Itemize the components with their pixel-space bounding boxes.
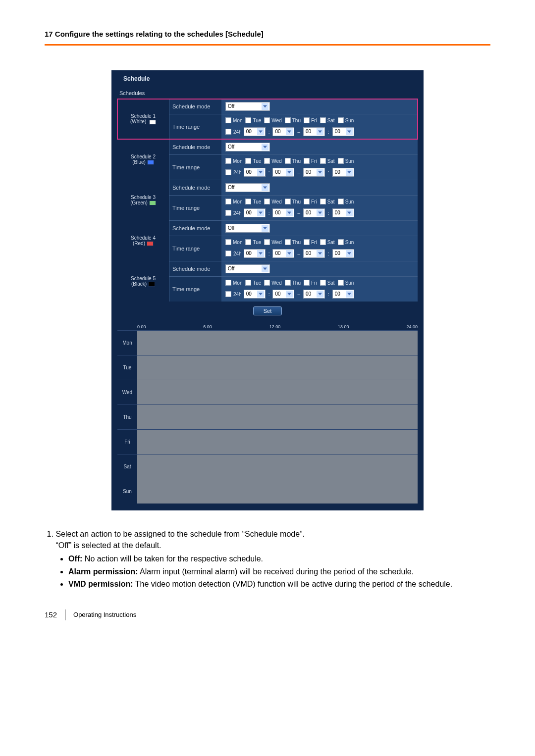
start-min-select[interactable]: 00 (272, 127, 294, 136)
checkbox-tue[interactable] (245, 280, 251, 286)
timeline-cell (137, 355, 418, 380)
checkbox-tue[interactable] (245, 199, 251, 204)
checkbox-24h[interactable] (225, 251, 231, 256)
checkbox-mon[interactable] (225, 199, 231, 204)
chevron-down-icon (262, 225, 268, 232)
start-hour-select[interactable]: 00 (244, 208, 266, 217)
checkbox-wed[interactable] (264, 158, 270, 164)
start-min-select[interactable]: 00 (272, 290, 294, 299)
checkbox-sat[interactable] (320, 117, 326, 123)
schedule-color-name: (White) (130, 119, 156, 124)
checkbox-24h[interactable] (225, 210, 231, 216)
checkbox-wed[interactable] (264, 199, 270, 204)
chevron-down-icon (317, 169, 323, 176)
checkbox-tue[interactable] (245, 239, 251, 245)
chevron-down-icon (346, 169, 353, 176)
start-hour-select[interactable]: 00 (244, 290, 266, 299)
checkbox-mon[interactable] (225, 239, 231, 245)
end-min-select[interactable]: 00 (332, 127, 354, 136)
checkbox-fri[interactable] (304, 117, 310, 123)
schedule-label: Schedule 2 (Blue) (117, 139, 169, 180)
checkbox-mon[interactable] (225, 280, 231, 286)
checkbox-24h[interactable] (225, 291, 231, 297)
chevron-down-icon (262, 103, 268, 110)
timeline-day-label: Tue (117, 355, 137, 380)
schedule-block-1: Schedule 1 (White) Schedule mode Off Tim… (117, 99, 418, 139)
footer-divider-icon (65, 609, 65, 620)
instruction-bullet: Off: No action will be taken for the res… (68, 553, 490, 564)
page-header: 17 Configure the settings relating to th… (45, 30, 490, 46)
checkbox-24h[interactable] (225, 129, 231, 135)
chevron-down-icon (262, 265, 268, 272)
checkbox-wed[interactable] (264, 280, 270, 286)
checkbox-sat[interactable] (320, 158, 326, 164)
schedule-mode-select[interactable]: Off (225, 143, 270, 151)
schedule-label: Schedule 3 (Green) (117, 180, 169, 220)
checkbox-sat[interactable] (320, 239, 326, 245)
chevron-down-icon (257, 169, 264, 176)
checkbox-thu[interactable] (285, 199, 291, 204)
checkbox-wed[interactable] (264, 239, 270, 245)
chevron-down-icon (262, 144, 268, 151)
start-min-select[interactable]: 00 (272, 168, 294, 177)
checkbox-fri[interactable] (304, 239, 310, 245)
schedule-label: Schedule 1 (White) (117, 99, 169, 139)
checkbox-sun[interactable] (338, 239, 344, 245)
schedule-panel: Schedule Schedules Schedule 1 (White) Sc… (111, 70, 424, 510)
schedule-mode-select[interactable]: Off (225, 224, 270, 233)
checkbox-mon[interactable] (225, 158, 231, 164)
schedule-label: Schedule 5 (Black) (117, 261, 169, 302)
schedule-mode-select[interactable]: Off (225, 264, 270, 273)
start-hour-select[interactable]: 00 (244, 127, 266, 136)
end-min-select[interactable]: 00 (332, 249, 354, 258)
timeline-cell (137, 404, 418, 429)
instruction-bullet: Alarm permission: Alarm input (terminal … (68, 566, 490, 577)
color-swatch (149, 120, 156, 125)
chevron-down-icon (257, 291, 264, 298)
schedule-mode-select[interactable]: Off (225, 183, 270, 192)
checkbox-sun[interactable] (338, 158, 344, 164)
checkbox-sun[interactable] (338, 199, 344, 204)
set-button[interactable]: Set (253, 306, 282, 315)
checkbox-wed[interactable] (264, 117, 270, 123)
checkbox-sun[interactable] (338, 117, 344, 123)
end-hour-select[interactable]: 00 (303, 168, 325, 177)
checkbox-thu[interactable] (285, 158, 291, 164)
end-hour-select[interactable]: 00 (303, 127, 325, 136)
checkbox-sun[interactable] (338, 280, 344, 286)
checkbox-mon[interactable] (225, 117, 231, 123)
checkbox-tue[interactable] (245, 158, 251, 164)
end-min-select[interactable]: 00 (332, 168, 354, 177)
footer-doc-title: Operating Instructions (73, 611, 136, 618)
checkbox-thu[interactable] (285, 239, 291, 245)
checkbox-thu[interactable] (285, 117, 291, 123)
checkbox-24h[interactable] (225, 169, 231, 175)
end-hour-select[interactable]: 00 (303, 290, 325, 299)
end-min-select[interactable]: 00 (332, 208, 354, 217)
timeline-cell (137, 380, 418, 404)
end-hour-select[interactable]: 00 (303, 249, 325, 258)
timeline-label: 0:00 (137, 324, 146, 329)
checkbox-sat[interactable] (320, 199, 326, 204)
start-hour-select[interactable]: 00 (244, 168, 266, 177)
start-min-select[interactable]: 00 (272, 249, 294, 258)
section-title: Schedules (117, 87, 421, 99)
checkbox-tue[interactable] (245, 117, 251, 123)
checkbox-fri[interactable] (304, 199, 310, 204)
end-hour-select[interactable]: 00 (303, 208, 325, 217)
schedule-mode-select[interactable]: Off (225, 102, 270, 111)
end-min-select[interactable]: 00 (332, 290, 354, 299)
timeline-day-label: Sat (117, 454, 137, 479)
checkbox-sat[interactable] (320, 280, 326, 286)
page-number: 152 (45, 610, 57, 619)
checkbox-fri[interactable] (304, 280, 310, 286)
schedule-block-5: Schedule 5 (Black) Schedule mode Off Tim… (117, 261, 418, 302)
schedule-block-4: Schedule 4 (Red) Schedule mode Off Time … (117, 220, 418, 261)
chevron-down-icon (262, 184, 268, 191)
chevron-down-icon (286, 291, 293, 298)
timeline-cell (137, 454, 418, 479)
start-min-select[interactable]: 00 (272, 208, 294, 217)
start-hour-select[interactable]: 00 (244, 249, 266, 258)
checkbox-fri[interactable] (304, 158, 310, 164)
checkbox-thu[interactable] (285, 280, 291, 286)
